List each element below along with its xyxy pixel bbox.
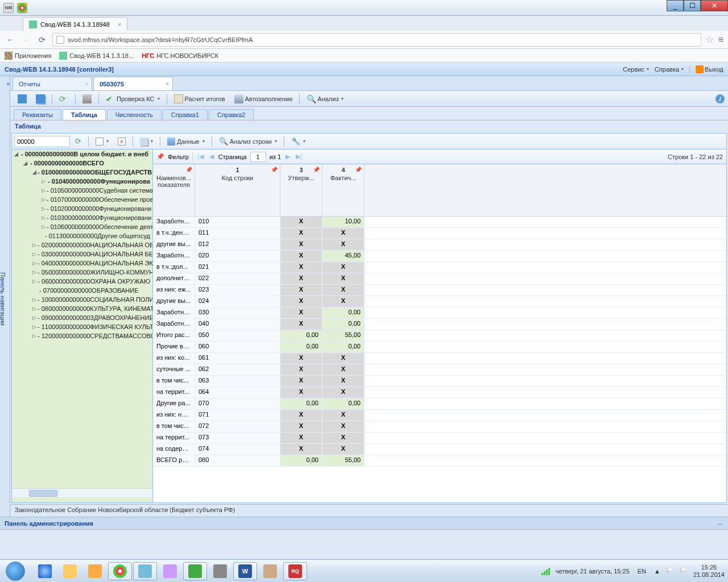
tree-node[interactable]: ▷- 01030000000000Функционировани	[12, 213, 152, 222]
tree-node[interactable]: ▷- 01060000000000Обеспечение деят	[12, 222, 152, 231]
tree-node[interactable]: ◢- 00000000000000ВСЕГО	[12, 159, 152, 168]
bookmark-star-icon[interactable]: ☆	[706, 34, 714, 45]
row-analysis-button[interactable]: 🔍Анализ строки▾	[215, 135, 281, 148]
tree-node[interactable]: ◢- 01000000000000ОБЩЕГОСУДАРСТВЕ	[12, 168, 152, 177]
cell-approved[interactable]: X	[280, 376, 322, 386]
pin-icon[interactable]: 📌	[156, 153, 164, 160]
first-page-button[interactable]: |◀	[196, 153, 205, 160]
taskbar-app5[interactable]	[208, 562, 232, 580]
tree-node[interactable]: ▷- 03000000000000НАЦИОНАЛЬНАЯ БЕ	[12, 250, 152, 259]
cell-actual[interactable]: 10,00	[322, 217, 365, 227]
taskbar-app2[interactable]	[133, 562, 157, 580]
table-row[interactable]: Итого рас...0500,0055,00	[153, 330, 726, 342]
analysis-button[interactable]: 🔍Анализ▾	[303, 93, 348, 105]
autofill-button[interactable]: Автозаполнение	[230, 93, 297, 105]
tree-node[interactable]: ▷- 01040000000000Функционирова	[12, 177, 152, 186]
menu-exit[interactable]: Выход	[696, 65, 723, 73]
network-icon[interactable]	[541, 567, 550, 575]
doc-tab-reports[interactable]: Отчеты×	[13, 77, 92, 90]
pin-icon[interactable]: 📌	[185, 167, 192, 173]
cell-actual[interactable]: X	[322, 387, 365, 398]
cell-approved[interactable]: 0,00	[280, 342, 322, 352]
table-row[interactable]: Заработна...030X0,00	[153, 307, 726, 319]
language-indicator[interactable]: EN	[635, 567, 648, 576]
table-row[interactable]: ВСЕГО рас...0800,0055,00	[153, 455, 726, 467]
cell-actual[interactable]: 0,00	[322, 342, 365, 352]
tree-node[interactable]: ▷- 08000000000000КУЛЬТУРА, КИНЕМАТ	[12, 304, 152, 313]
cell-approved[interactable]: X	[280, 444, 322, 455]
doc-tab-0503075[interactable]: 0503075×	[93, 77, 173, 90]
table-row[interactable]: Заработна...020X45,00	[153, 251, 726, 262]
table-row[interactable]: из них: еж...023XX	[153, 285, 726, 296]
cell-approved[interactable]: X	[280, 251, 322, 261]
bookmark-ngs[interactable]: НГСНГС.НОВОСИБИРСК	[142, 52, 218, 59]
window-close-button[interactable]: ✕	[701, 0, 728, 11]
cell-approved[interactable]: X	[280, 273, 322, 284]
tree-node[interactable]: ▷- 01070000000000Обеспечение прове	[12, 195, 152, 204]
close-icon[interactable]: ×	[85, 81, 88, 87]
cell-actual[interactable]: X	[322, 364, 365, 375]
table-row[interactable]: в том чис...063XX	[153, 376, 726, 387]
cell-approved[interactable]: X	[280, 307, 322, 318]
last-page-button[interactable]: ▶|	[295, 153, 303, 160]
table-row[interactable]: дополните...022XX	[153, 273, 726, 285]
tab-count[interactable]: Численность	[107, 109, 162, 120]
tree-node[interactable]: - 01130000000000Другие общегосуд	[12, 231, 152, 240]
close-icon[interactable]: ×	[166, 81, 169, 87]
calc-totals-button[interactable]: Расчет итогов	[170, 93, 229, 105]
column-header-code[interactable]: 📌1Код строки	[195, 164, 280, 216]
cell-actual[interactable]: X	[322, 353, 365, 364]
check-ks-button[interactable]: ✔Проверка КС▾	[102, 93, 164, 105]
cell-actual[interactable]: X	[322, 239, 365, 250]
refresh-tree-button[interactable]: ⟳	[71, 135, 85, 148]
table-row[interactable]: другие вы...012XX	[153, 239, 726, 251]
tree-node[interactable]: ◢- 00000000000000В целом бюджет. и внеб	[12, 149, 152, 159]
table-row[interactable]: на террит...073XX	[153, 433, 726, 444]
browser-tab[interactable]: Свод-WEB 14.1.3.18948 ×	[23, 17, 127, 31]
cell-actual[interactable]: X	[322, 444, 365, 455]
tree-node[interactable]: ▷- 01050000000000Судебная система	[12, 186, 152, 195]
code-input[interactable]	[14, 136, 70, 147]
bookmark-apps[interactable]: Приложения	[5, 52, 51, 60]
cell-actual[interactable]: 55,00	[322, 330, 365, 341]
taskbar-app7[interactable]: RQ	[283, 562, 307, 580]
menu-service[interactable]: Сервис▾	[623, 65, 649, 73]
back-button[interactable]: ←	[5, 34, 16, 45]
forward-button[interactable]: →	[20, 34, 32, 45]
table-row[interactable]: Заработна...040X0,00	[153, 319, 726, 330]
cell-actual[interactable]: X	[322, 421, 365, 432]
pin-icon[interactable]: 📌	[271, 167, 278, 173]
cell-approved[interactable]: X	[280, 421, 322, 432]
url-input[interactable]: svod.mfnso.ru/Workspace.aspx?desk=nbyR7c…	[52, 33, 701, 47]
cell-approved[interactable]: X	[280, 262, 322, 273]
save-all-button[interactable]	[32, 93, 49, 105]
cell-approved[interactable]: X	[280, 228, 322, 239]
table-row[interactable]: на содерж...074XX	[153, 444, 726, 455]
tree-node[interactable]: ▷- 06000000000000ОХРАНА ОКРУЖАЮ	[12, 277, 152, 286]
cell-approved[interactable]: X	[280, 410, 322, 421]
flag-icon[interactable]: 🏳️	[666, 567, 674, 575]
table-row[interactable]: суточные ...062XX	[153, 364, 726, 376]
tree-node[interactable]: ▷- 02000000000000НАЦИОНАЛЬНАЯ ОБ	[12, 240, 152, 250]
table-row[interactable]: в т.ч.:дол...021XX	[153, 262, 726, 273]
cell-approved[interactable]: 0,00	[280, 398, 322, 409]
column-header-approved[interactable]: 📌3Утверж...	[280, 164, 322, 216]
next-page-button[interactable]: ▶	[284, 153, 291, 160]
refresh-button[interactable]: ⟳	[55, 93, 72, 105]
tab-ref2[interactable]: Справка2	[209, 109, 254, 120]
table-row[interactable]: Другие ра...0700,000,00	[153, 398, 726, 410]
tree-node[interactable]: ▷- 04000000000000НАЦИОНАЛЬНАЯ ЭК	[12, 259, 152, 268]
add-button[interactable]: ▾	[92, 135, 113, 148]
clock[interactable]: 15:26 21.08.2014	[693, 564, 725, 579]
admin-panel[interactable]: Панель администрирования ︽	[0, 517, 728, 529]
column-header-name[interactable]: 📌Наименов... показателя	[153, 164, 195, 216]
menu-help[interactable]: Справка▾	[655, 65, 684, 73]
expand-icon[interactable]: ︽	[717, 519, 723, 527]
tree-node[interactable]: - 07000000000000ОБРАЗОВАНИЕ	[12, 286, 152, 295]
table-row[interactable]: в т.ч.:дене...011XX	[153, 228, 726, 239]
expand-icon[interactable]: »	[6, 81, 10, 87]
column-header-actual[interactable]: 📌4Фактич...	[322, 164, 365, 216]
taskbar-app3[interactable]	[158, 562, 182, 580]
cell-actual[interactable]: 0,00	[322, 319, 365, 330]
cell-actual[interactable]: 55,00	[322, 455, 365, 466]
